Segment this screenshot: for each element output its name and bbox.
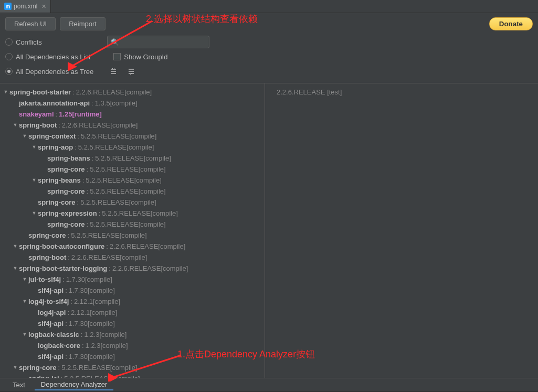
artifact-name: spring-expression: [38, 208, 97, 219]
filter-options: Conflicts 🔍 All Dependencies as List Sho…: [0, 33, 538, 83]
artifact-name: spring-core: [47, 186, 85, 197]
artifact-scope: [compile]: [151, 208, 178, 219]
tree-row[interactable]: ▼spring-expression:5.2.5.RELEASE [compil…: [2, 208, 262, 219]
artifact-version: 5.2.5.RELEASE: [86, 175, 134, 186]
artifact-version: 2.2.6.RELEASE: [112, 263, 161, 274]
collapse-all-icon[interactable]: [126, 66, 136, 77]
artifact-name: spring-core: [47, 219, 85, 230]
artifact-name: spring-boot: [28, 252, 66, 263]
artifact-scope: [compile]: [93, 296, 120, 307]
tree-row[interactable]: logback-core:1.2.3 [compile]: [2, 340, 262, 351]
artifact-name: spring-jcl: [28, 373, 59, 378]
toolbar: Refresh UI Reimport Donate: [0, 13, 538, 33]
search-input[interactable]: 🔍: [107, 36, 209, 48]
chevron-down-icon[interactable]: ▼: [30, 208, 38, 219]
artifact-version: 2.12.1: [74, 296, 93, 307]
artifact-scope: [compile]: [126, 142, 154, 153]
chevron-down-icon[interactable]: ▼: [2, 87, 9, 98]
chevron-down-icon[interactable]: ▼: [30, 142, 38, 153]
artifact-name: slf4j-api: [38, 318, 64, 329]
chevron-down-icon[interactable]: ▼: [12, 263, 19, 274]
tab-text[interactable]: Text: [6, 380, 31, 390]
tree-row[interactable]: jakarta.annotation-api:1.3.5 [compile]: [2, 98, 262, 109]
detail-panel[interactable]: 2.2.6.RELEASE [test]: [265, 83, 538, 378]
search-icon: 🔍: [111, 38, 119, 46]
tree-row[interactable]: spring-core:5.2.5.RELEASE [compile]: [2, 230, 262, 241]
main-content: ▼spring-boot-starter:2.2.6.RELEASE [comp…: [0, 83, 538, 378]
artifact-name: log4j-api: [38, 307, 66, 318]
tree-row[interactable]: spring-beans:5.2.5.RELEASE [compile]: [2, 153, 262, 164]
chevron-down-icon[interactable]: ▼: [21, 274, 28, 285]
artifact-scope: [compile]: [139, 219, 166, 230]
detail-row[interactable]: 2.2.6.RELEASE [test]: [277, 87, 536, 98]
tree-row[interactable]: ▼spring-beans:5.2.5.RELEASE [compile]: [2, 175, 262, 186]
chevron-down-icon[interactable]: ▼: [21, 131, 28, 142]
tree-row[interactable]: ▼spring-context:5.2.5.RELEASE [compile]: [2, 131, 262, 142]
radio-list[interactable]: All Dependencies as List: [5, 53, 90, 61]
file-tab-label: pom.xml: [14, 3, 37, 10]
radio-conflicts[interactable]: Conflicts: [5, 38, 42, 46]
refresh-button[interactable]: Refresh UI: [5, 17, 56, 30]
chevron-down-icon[interactable]: ▼: [12, 362, 19, 373]
chevron-down-icon[interactable]: ▼: [12, 120, 19, 131]
tree-row[interactable]: ▼spring-boot-autoconfigure:2.2.6.RELEASE…: [2, 241, 262, 252]
bottom-tab-bar: Text Dependency Analyzer: [0, 378, 538, 391]
chevron-down-icon[interactable]: ▼: [21, 329, 28, 340]
tree-row[interactable]: snakeyaml:1.25 [runtime]: [2, 109, 262, 120]
artifact-name: slf4j-api: [38, 285, 64, 296]
dependency-tree-panel[interactable]: ▼spring-boot-starter:2.2.6.RELEASE [comp…: [0, 83, 265, 378]
tree-row[interactable]: spring-core:5.2.5.RELEASE [compile]: [2, 219, 262, 230]
artifact-version: 1.7.30: [66, 274, 85, 285]
chevron-down-icon[interactable]: ▼: [21, 296, 28, 307]
artifact-name: logback-classic: [28, 329, 79, 340]
artifact-version: 1.2.3: [86, 340, 101, 351]
checkbox-label: Show GroupId: [124, 53, 167, 61]
expand-all-icon[interactable]: [108, 66, 119, 77]
artifact-name: jakarta.annotation-api: [19, 98, 90, 109]
artifact-scope: [compile]: [158, 241, 185, 252]
artifact-name: jul-to-slf4j: [28, 274, 61, 285]
tree-row[interactable]: ▼spring-aop:5.2.5.RELEASE [compile]: [2, 142, 262, 153]
tree-row[interactable]: spring-core:5.2.5.RELEASE [compile]: [2, 186, 262, 197]
chevron-down-icon[interactable]: ▼: [30, 175, 38, 186]
donate-button[interactable]: Donate: [489, 17, 533, 30]
tree-row[interactable]: ▼spring-boot-starter:2.2.6.RELEASE [comp…: [2, 87, 262, 98]
checkbox-show-groupid[interactable]: Show GroupId: [113, 53, 167, 61]
tree-row[interactable]: slf4j-api:1.7.30 [compile]: [2, 351, 262, 362]
artifact-version: 1.3.5: [95, 98, 110, 109]
artifact-scope: [compile]: [88, 285, 115, 296]
artifact-version: 5.2.5.RELEASE: [64, 373, 113, 378]
artifact-scope: [compile]: [88, 351, 115, 362]
reimport-button[interactable]: Reimport: [60, 17, 106, 30]
artifact-name: spring-boot-starter-logging: [19, 263, 107, 274]
tree-row[interactable]: spring-core:5.2.5.RELEASE [compile]: [2, 164, 262, 175]
artifact-scope: [compile]: [88, 318, 115, 329]
radio-tree[interactable]: All Dependencies as Tree: [5, 68, 93, 76]
tree-row[interactable]: spring-core:5.2.5.RELEASE [compile]: [2, 197, 262, 208]
tab-dependency-analyzer[interactable]: Dependency Analyzer: [35, 379, 113, 390]
tree-row[interactable]: ▼log4j-to-slf4j:2.12.1 [compile]: [2, 296, 262, 307]
file-tab-pom[interactable]: m pom.xml ✕: [0, 0, 51, 13]
tree-row[interactable]: ▼logback-classic:1.2.3 [compile]: [2, 329, 262, 340]
maven-icon: m: [4, 3, 12, 10]
artifact-name: spring-beans: [47, 153, 90, 164]
tree-row[interactable]: ▼spring-core:5.2.5.RELEASE [compile]: [2, 362, 262, 373]
artifact-scope: [compile]: [110, 362, 138, 373]
tree-row[interactable]: slf4j-api:1.7.30 [compile]: [2, 318, 262, 329]
tree-row[interactable]: ▼spring-boot:2.2.6.RELEASE [compile]: [2, 120, 262, 131]
artifact-name: spring-boot-autoconfigure: [19, 241, 104, 252]
artifact-scope: [compile]: [85, 274, 112, 285]
artifact-version: 5.2.5.RELEASE: [90, 219, 139, 230]
artifact-scope: [compile]: [124, 87, 152, 98]
tree-row[interactable]: spring-jcl:5.2.5.RELEASE [compile]: [2, 373, 262, 378]
tree-row[interactable]: log4j-api:2.12.1 [compile]: [2, 307, 262, 318]
editor-tab-bar: m pom.xml ✕: [0, 0, 538, 13]
tree-row[interactable]: ▼spring-boot-starter-logging:2.2.6.RELEA…: [2, 263, 262, 274]
close-icon[interactable]: ✕: [41, 3, 46, 10]
tree-row[interactable]: spring-boot:2.2.6.RELEASE [compile]: [2, 252, 262, 263]
artifact-version: 5.2.5.RELEASE: [81, 131, 130, 142]
tree-row[interactable]: slf4j-api:1.7.30 [compile]: [2, 285, 262, 296]
tree-row[interactable]: ▼jul-to-slf4j:1.7.30 [compile]: [2, 274, 262, 285]
radio-conflicts-label: Conflicts: [16, 38, 42, 46]
chevron-down-icon[interactable]: ▼: [12, 241, 19, 252]
